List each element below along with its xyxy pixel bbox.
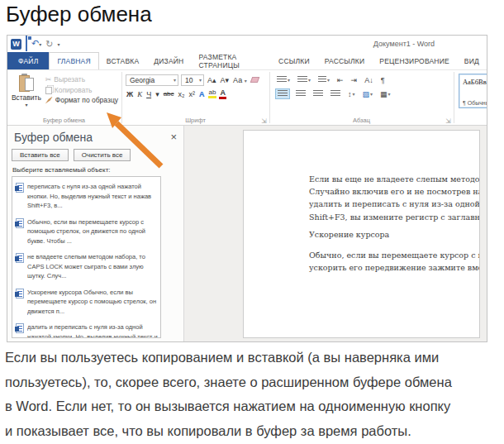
tab-page-layout[interactable]: РАЗМЕТКА СТРАНИЦЫ: [191, 52, 271, 69]
clipboard-item-icon: [16, 323, 24, 333]
cut-button[interactable]: ✂Вырезать: [45, 75, 118, 84]
change-case-button[interactable]: Аа ▾: [232, 76, 248, 84]
clipboard-dialog-launcher[interactable]: ⇲: [113, 117, 119, 125]
caption: Если вы пользуетесь копированием и встав…: [5, 346, 501, 443]
window-title: Документ1 - Word: [7, 40, 487, 48]
pilcrow-icon: ¶: [381, 76, 385, 84]
sort-button[interactable]: А↓: [363, 75, 375, 85]
clear-formatting-button[interactable]: [250, 76, 259, 84]
font-name-value: Georgia: [130, 76, 155, 84]
strikethrough-button[interactable]: abc: [163, 90, 175, 98]
bold-button[interactable]: Ж: [126, 90, 134, 98]
grow-font-button[interactable]: А▴: [207, 76, 217, 84]
list-item[interactable]: Ускорение курсора Обычно, если вы переме…: [12, 284, 160, 320]
chevron-down-icon: ▾: [370, 91, 373, 97]
font-size-combo[interactable]: 10▾: [181, 74, 204, 86]
cut-label: Вырезать: [54, 75, 85, 84]
clipboard-item-text: переписать с нуля из-за одной нажатой кн…: [27, 182, 158, 211]
window-body: Буфер обмена × Вставить все Очистить все…: [7, 126, 487, 341]
increase-indent-button[interactable]: ⇥: [349, 75, 359, 85]
style-sample: АаБбВвГг,: [463, 78, 487, 86]
show-marks-button[interactable]: ¶: [379, 75, 387, 85]
tab-file[interactable]: ФАЙЛ: [7, 52, 49, 69]
tab-mailings[interactable]: РАССЫЛКИ: [317, 52, 373, 69]
chevron-down-icon: ▾: [327, 77, 330, 83]
paste-button[interactable]: Вставить ▾: [11, 73, 42, 113]
list-item[interactable]: переписать с нуля из-за одной нажатой кн…: [12, 179, 160, 214]
caption-line: пользуетесь), то, скорее всего, знаете о…: [5, 370, 501, 395]
font-dialog-launcher[interactable]: ⇲: [261, 117, 267, 125]
clipboard-item-text: Обычно, если вы перемещаете курсор с пом…: [27, 217, 158, 246]
paste-label: Вставить: [12, 93, 41, 102]
align-center-button[interactable]: [294, 89, 307, 98]
subscript-button[interactable]: x₂: [178, 90, 186, 98]
list-item[interactable]: не владеете слепым методом набора, то CA…: [12, 249, 160, 284]
shrink-font-button[interactable]: А▾: [220, 76, 231, 84]
close-icon[interactable]: ×: [170, 132, 177, 142]
align-right-button[interactable]: [311, 89, 325, 98]
bullets-button[interactable]: ▾: [275, 75, 292, 84]
highlight-button[interactable]: ab: [208, 89, 217, 98]
tab-design[interactable]: ДИЗАЙН: [146, 52, 191, 69]
paragraph-dialog-launcher[interactable]: ⇲: [445, 117, 451, 125]
decrease-indent-button[interactable]: ⇤: [335, 75, 345, 85]
chevron-down-icon: ▾: [288, 77, 290, 83]
clipboard-small-buttons: ✂Вырезать Копировать Формат по образцу: [45, 73, 118, 113]
underline-button[interactable]: Ч: [145, 90, 152, 98]
indent-icon: ⇥: [351, 76, 358, 84]
line-spacing-button[interactable]: ↕▾: [346, 89, 357, 99]
change-case-icon: Аа: [233, 76, 242, 84]
document-line: ускорить его передвижение зажмите вместе…: [309, 261, 479, 274]
text-effects-button[interactable]: А: [198, 90, 206, 98]
borders-button[interactable]: ▦▾: [378, 89, 392, 99]
bullets-icon: [277, 76, 287, 84]
tab-insert[interactable]: ВСТАВКА: [99, 52, 147, 69]
align-left-icon: [278, 90, 288, 98]
superscript-button[interactable]: x²: [188, 90, 197, 98]
justify-icon: [330, 90, 340, 98]
outdent-icon: ⇤: [337, 76, 344, 84]
tab-review[interactable]: РЕЦЕНЗИРОВАНИЕ: [372, 52, 457, 69]
document-heading: Ускорение курсора: [309, 228, 479, 241]
document-line: Обычно, если вы перемещаете курсор с пом…: [309, 249, 479, 261]
style-normal[interactable]: АаБбВвГг, ¶ Обычный: [459, 74, 487, 108]
font-size-value: 10: [185, 76, 193, 84]
chevron-down-icon: ▾: [25, 102, 27, 107]
align-center-icon: [296, 90, 306, 98]
format-painter-button[interactable]: Формат по образцу: [45, 96, 118, 104]
copy-label: Копировать: [55, 86, 93, 94]
align-left-button[interactable]: [275, 88, 290, 99]
font-color-button[interactable]: А: [219, 89, 226, 99]
multilevel-list-button[interactable]: ▾: [316, 75, 331, 84]
line-spacing-icon: ↕: [348, 90, 352, 98]
ribbon: Вставить ▾ ✂Вырезать Копировать Формат п…: [7, 69, 487, 126]
clear-all-button[interactable]: Очистить все: [74, 149, 131, 161]
tab-references[interactable]: ССЫЛКИ: [271, 52, 317, 69]
styles-group: АаБбВвГг, ¶ Обычный АаБбВвГ ¶ Без инте: [454, 70, 487, 125]
align-right-icon: [313, 90, 323, 98]
shading-button[interactable]: ▨▾: [361, 89, 375, 99]
list-item[interactable]: далить и переписать с нуля из-за одной н…: [12, 319, 160, 338]
copy-button[interactable]: Копировать: [45, 85, 118, 94]
document-page[interactable]: Если вы еще не владеете слепым методом н…: [243, 130, 480, 338]
underline-options-caret[interactable]: ▾: [155, 90, 160, 98]
justify-button[interactable]: [329, 89, 342, 98]
caption-line: Если вы пользуетесь копированием и встав…: [5, 346, 501, 370]
chevron-down-icon: ▾: [174, 77, 176, 83]
font-group-footer: Шрифт ⇲: [124, 117, 267, 124]
borders-icon: ▦: [380, 90, 388, 98]
tab-home[interactable]: ГЛАВНАЯ: [49, 52, 98, 69]
italic-button[interactable]: К: [136, 90, 143, 98]
list-item[interactable]: Обычно, если вы перемещаете курсор с пом…: [12, 214, 160, 250]
format-painter-label: Формат по образцу: [55, 96, 118, 104]
font-name-combo[interactable]: Georgia▾: [126, 74, 178, 86]
tab-view[interactable]: ВИД: [457, 52, 487, 69]
shading-icon: ▨: [363, 90, 370, 98]
caption-line: в Word. Если нет, то он вызывается нажат…: [5, 394, 501, 419]
chevron-down-icon: ▾: [353, 91, 355, 97]
numbering-button[interactable]: ▾: [296, 75, 312, 84]
cut-icon: ✂: [45, 75, 52, 84]
document-area[interactable]: Если вы еще не владеете слепым методом н…: [184, 126, 487, 341]
paste-all-button[interactable]: Вставить все: [12, 149, 69, 161]
clipboard-group: Вставить ▾ ✂Вырезать Копировать Формат п…: [7, 70, 121, 125]
